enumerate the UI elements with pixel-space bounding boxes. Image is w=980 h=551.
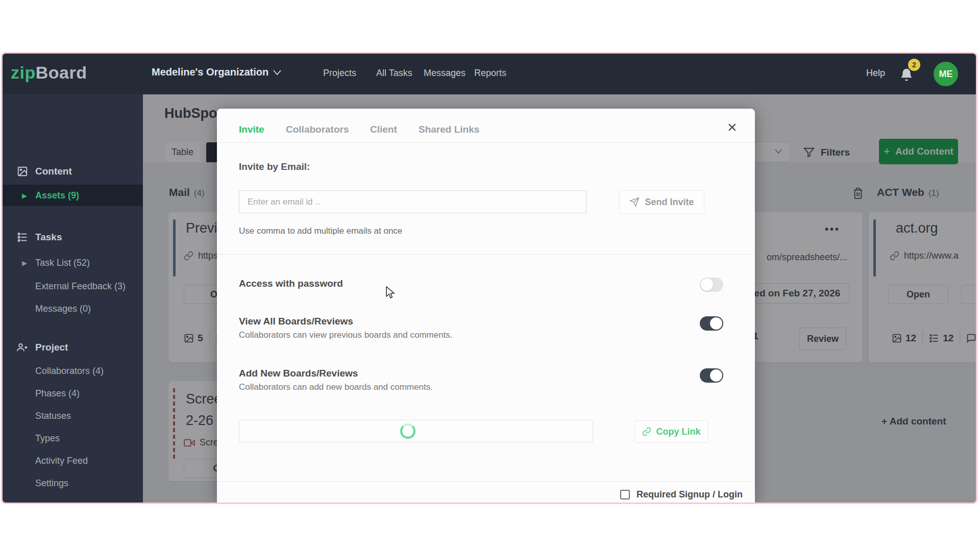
access-password-toggle[interactable]	[700, 278, 723, 292]
access-password-label: Access with password	[239, 278, 343, 289]
toggle-knob	[710, 369, 722, 382]
view-boards-subtitle: Collaborators can view previous boards a…	[239, 330, 453, 340]
modal-tab-shared-links[interactable]: Shared Links	[419, 124, 479, 135]
image-icon	[17, 166, 28, 177]
required-signup-checkbox[interactable]	[620, 490, 630, 499]
required-signup-label: Required Signup / Login	[636, 489, 743, 500]
organization-switcher[interactable]: Medeline's Organization	[152, 66, 282, 78]
email-input[interactable]	[239, 190, 586, 213]
notification-count-badge: 2	[908, 59, 920, 71]
mouse-cursor	[385, 286, 398, 299]
sidebar-item-activity-feed[interactable]: Activity Feed	[3, 450, 143, 471]
app-frame: zipBoard Medeline's Organization Project…	[1, 52, 977, 504]
sidebar-label-types: Types	[35, 433, 60, 444]
zipboard-logo[interactable]: zipBoard	[11, 63, 87, 83]
modal-tab-collaborators[interactable]: Collaborators	[286, 124, 349, 135]
link-icon	[642, 427, 651, 436]
user-avatar[interactable]: ME	[934, 62, 958, 86]
sidebar-label-content: Content	[35, 166, 72, 177]
divider	[217, 481, 755, 482]
sidebar-label-tasks: Tasks	[35, 232, 62, 243]
modal-tab-client[interactable]: Client	[370, 124, 397, 135]
sidebar-item-phases[interactable]: Phases (4)	[3, 383, 143, 404]
add-boards-subtitle: Collaborators can add new boards and com…	[239, 382, 433, 392]
modal-tab-invite[interactable]: Invite	[239, 124, 264, 135]
sidebar-item-content[interactable]: Content	[3, 161, 143, 182]
sidebar-label-project: Project	[35, 342, 68, 353]
sidebar-item-collaborators[interactable]: Collaborators (4)	[3, 361, 143, 381]
toggle-knob	[701, 279, 713, 291]
task-list-icon	[17, 232, 28, 243]
organization-name: Medeline's Organization	[152, 66, 268, 78]
sidebar-item-task-list[interactable]: ▶ Task List (52)	[3, 253, 143, 273]
copy-link-button[interactable]: Copy Link	[634, 420, 708, 443]
user-plus-icon	[17, 342, 28, 353]
divider	[217, 254, 755, 255]
sidebar-item-messages[interactable]: Messages (0)	[3, 298, 143, 319]
sidebar-label-collaborators: Collaborators (4)	[35, 366, 104, 377]
sidebar-label-task-list: Task List (52)	[35, 258, 90, 268]
send-invite-button[interactable]: Send Invite	[619, 190, 704, 214]
sidebar-label-assets: Assets (9)	[35, 190, 79, 201]
sidebar-item-statuses[interactable]: Statuses	[3, 406, 143, 426]
share-modal: Invite Collaborators Client Shared Links…	[217, 109, 755, 503]
sidebar-item-types[interactable]: Types	[3, 428, 143, 448]
invite-by-email-label: Invite by Email:	[239, 161, 310, 172]
sidebar-label-settings: Settings	[35, 478, 68, 489]
copy-link-label: Copy Link	[656, 427, 700, 437]
nav-reports[interactable]: Reports	[474, 68, 506, 79]
close-icon[interactable]: ×	[727, 119, 737, 135]
sidebar-item-assets[interactable]: ▶ Assets (9)	[3, 185, 143, 206]
caret-right-icon: ▶	[22, 259, 27, 267]
divider	[217, 142, 755, 143]
sidebar-item-external-feedback[interactable]: External Feedback (3)	[3, 276, 143, 296]
nav-messages[interactable]: Messages	[424, 68, 465, 79]
view-boards-toggle[interactable]	[700, 316, 723, 331]
caret-right-icon: ▶	[22, 192, 27, 199]
sidebar: Content ▶ Assets (9) Tasks ▶ Task List (…	[3, 94, 143, 503]
email-hint: Use comma to add multiple emails at once	[239, 226, 402, 236]
add-boards-toggle[interactable]	[700, 368, 723, 383]
nav-projects[interactable]: Projects	[323, 68, 356, 79]
sidebar-item-settings[interactable]: Settings	[3, 473, 143, 493]
send-invite-label: Send Invite	[645, 197, 694, 208]
nav-all-tasks[interactable]: All Tasks	[376, 68, 412, 79]
logo-zip: zip	[11, 63, 36, 82]
logo-board: Board	[36, 63, 87, 82]
sidebar-item-tasks[interactable]: Tasks	[3, 227, 143, 247]
add-boards-label: Add New Boards/Reviews	[239, 368, 358, 379]
sidebar-label-external-feedback: External Feedback (3)	[35, 281, 126, 292]
sidebar-item-project[interactable]: Project	[3, 337, 143, 358]
loading-spinner	[400, 423, 415, 439]
sidebar-label-messages: Messages (0)	[35, 304, 91, 314]
paper-plane-icon	[629, 197, 640, 207]
chevron-down-icon	[273, 69, 282, 76]
view-boards-label: View All Boards/Reviews	[239, 316, 353, 327]
sidebar-label-statuses: Statuses	[35, 411, 71, 421]
share-link-field[interactable]	[239, 420, 593, 442]
sidebar-label-activity-feed: Activity Feed	[35, 456, 88, 466]
help-link[interactable]: Help	[866, 68, 885, 79]
sidebar-label-phases: Phases (4)	[35, 388, 80, 399]
toggle-knob	[710, 317, 722, 330]
top-navbar: zipBoard Medeline's Organization Project…	[3, 54, 976, 94]
